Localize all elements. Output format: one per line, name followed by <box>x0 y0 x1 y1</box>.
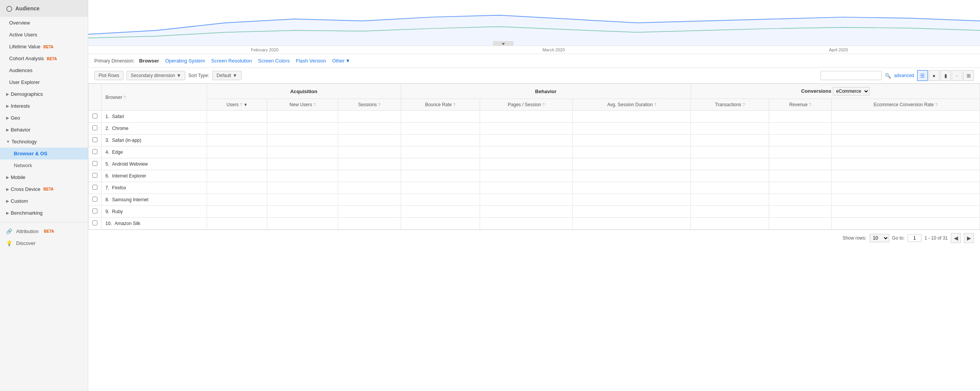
help-icon[interactable]: ? <box>453 102 455 107</box>
sidebar-item-cohort-analysis[interactable]: Cohort Analysis BETA <box>0 53 88 64</box>
sidebar-group-mobile[interactable]: ▶ Mobile <box>0 171 88 183</box>
help-icon[interactable]: ? <box>378 102 380 107</box>
search-icon[interactable]: 🔍 <box>885 73 891 79</box>
dim-operating-system[interactable]: Operating System <box>165 58 205 64</box>
sidebar-item-network[interactable]: Network <box>0 159 88 171</box>
row-checkbox[interactable] <box>92 137 97 142</box>
browser-link[interactable]: Ruby <box>112 209 123 214</box>
row-number: 7. <box>105 185 109 191</box>
browser-link[interactable]: Firefox <box>112 185 126 191</box>
browser-link[interactable]: Samsung Internet <box>112 197 148 202</box>
view-pie-icon[interactable]: ● <box>929 70 939 81</box>
help-icon[interactable]: ? <box>935 102 937 107</box>
view-pivot-icon[interactable]: ⊞ <box>963 70 974 81</box>
help-icon[interactable]: ? <box>313 102 316 107</box>
search-input[interactable] <box>821 71 882 80</box>
dim-screen-resolution[interactable]: Screen Resolution <box>211 58 252 64</box>
dim-screen-colors[interactable]: Screen Colors <box>258 58 289 64</box>
pages-session-cell <box>480 170 572 182</box>
browser-link[interactable]: Safari <box>112 114 124 119</box>
row-number: 5. <box>105 161 109 167</box>
browser-link[interactable]: Android Webview <box>112 161 148 167</box>
sidebar-group-geo[interactable]: ▶ Geo <box>0 112 88 124</box>
row-checkbox[interactable] <box>92 197 97 202</box>
sidebar-item-discover[interactable]: 💡 Discover <box>0 237 88 249</box>
row-checkbox[interactable] <box>92 173 97 178</box>
sort-default-button[interactable]: Default ▼ <box>212 71 242 80</box>
ecommerce-select[interactable]: eCommerce <box>833 87 870 95</box>
browser-link[interactable]: Amazon Silk <box>115 221 140 226</box>
sort-arrow-icon[interactable]: ▼ <box>243 102 248 107</box>
help-icon[interactable]: ? <box>123 95 126 100</box>
browser-link[interactable]: Chrome <box>112 126 128 131</box>
row-checkbox[interactable] <box>92 161 97 166</box>
th-bounce-rate: Bounce Rate ? <box>401 99 480 111</box>
view-scatter-icon[interactable]: ⋅ <box>952 70 962 81</box>
sidebar-group-custom[interactable]: ▶ Custom <box>0 195 88 207</box>
sidebar-item-overview[interactable]: Overview <box>0 17 88 29</box>
browser-cell: 7. Firefox <box>102 182 207 194</box>
sidebar-group-interests[interactable]: ▶ Interests <box>0 100 88 112</box>
table-row: 10. Amazon Silk <box>89 218 980 230</box>
help-icon[interactable]: ? <box>743 102 745 107</box>
row-checkbox[interactable] <box>92 113 97 118</box>
sidebar-item-browser-os[interactable]: Browser & OS <box>0 148 88 159</box>
table-row: 1. Safari <box>89 111 980 123</box>
beta-badge: BETA <box>43 187 53 191</box>
sidebar-item-audiences[interactable]: Audiences <box>0 64 88 76</box>
view-data-icon[interactable]: ☰ <box>917 70 928 81</box>
users-cell <box>207 206 267 218</box>
browser-link[interactable]: Edge <box>112 150 123 155</box>
sidebar-item-attribution[interactable]: 🔗 Attribution BETA <box>0 225 88 237</box>
sidebar-group-technology[interactable]: ▼ Technology <box>0 136 88 148</box>
sidebar-item-lifetime-value[interactable]: Lifetime Value BETA <box>0 41 88 53</box>
sidebar-group-demographics[interactable]: ▶ Demographics <box>0 88 88 100</box>
th-select-all <box>89 84 102 111</box>
help-icon[interactable]: ? <box>543 102 545 107</box>
dim-other-dropdown[interactable]: Other ▼ <box>332 58 350 64</box>
browser-link[interactable]: Safari (in-app) <box>112 138 141 143</box>
sort-type-label: Sort Type: <box>188 73 209 78</box>
avg-session-cell <box>573 123 691 135</box>
browser-cell: 4. Edge <box>102 146 207 158</box>
svg-marker-0 <box>88 15 980 46</box>
advanced-link[interactable]: advanced <box>894 73 914 78</box>
row-checkbox[interactable] <box>92 220 97 225</box>
prev-page-button[interactable]: ◀ <box>951 233 961 243</box>
secondary-dimension-button[interactable]: Secondary dimension ▼ <box>127 71 185 80</box>
new-users-cell <box>267 194 338 206</box>
users-cell <box>207 170 267 182</box>
browser-link[interactable]: Internet Explorer <box>112 173 146 179</box>
view-bar-icon[interactable]: ▮ <box>940 70 951 81</box>
row-checkbox[interactable] <box>92 209 97 214</box>
help-icon[interactable]: ? <box>809 102 811 107</box>
sidebar-item-active-users[interactable]: Active Users <box>0 29 88 41</box>
revenue-cell <box>769 182 831 194</box>
dim-browser[interactable]: Browser <box>139 58 159 64</box>
row-checkbox-cell <box>89 135 102 146</box>
table-row: 3. Safari (in-app) <box>89 135 980 146</box>
revenue-cell <box>769 170 831 182</box>
page-range: 1 - 10 of 31 <box>924 235 948 241</box>
sidebar-group-cross-device[interactable]: ▶ Cross Device BETA <box>0 183 88 195</box>
transactions-cell <box>691 146 769 158</box>
help-icon[interactable]: ? <box>240 102 242 107</box>
dim-flash-version[interactable]: Flash Version <box>296 58 326 64</box>
pages-session-cell <box>480 218 572 230</box>
next-page-button[interactable]: ▶ <box>964 233 974 243</box>
lightbulb-icon: 💡 <box>6 240 12 246</box>
row-checkbox[interactable] <box>92 185 97 190</box>
page-input[interactable] <box>908 234 921 242</box>
chevron-down-icon: ▼ <box>176 73 181 78</box>
row-checkbox[interactable] <box>92 125 97 130</box>
sidebar-group-benchmarking[interactable]: ▶ Benchmarking <box>0 207 88 219</box>
sidebar-item-user-explorer[interactable]: User Explorer <box>0 76 88 88</box>
row-checkbox[interactable] <box>92 149 97 154</box>
sidebar-group-behavior[interactable]: ▶ Behavior <box>0 124 88 136</box>
plot-rows-button[interactable]: Plot Rows <box>94 71 123 80</box>
th-pages-session: Pages / Session ? <box>480 99 572 111</box>
rows-per-page-select[interactable]: 10 25 50 100 <box>870 234 889 242</box>
revenue-cell <box>769 218 831 230</box>
help-icon[interactable]: ? <box>654 102 656 107</box>
revenue-cell <box>769 111 831 123</box>
